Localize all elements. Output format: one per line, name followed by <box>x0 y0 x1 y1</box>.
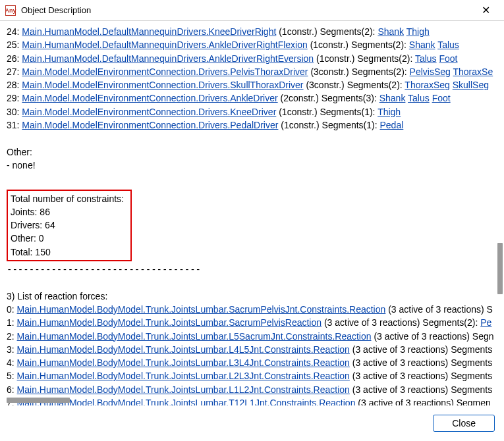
horizontal-scrollbar-track[interactable] <box>7 398 491 404</box>
segment-link[interactable]: ThoraxSeg <box>405 80 449 90</box>
reaction-link[interactable]: Main.HumanModel.BodyModel.Trunk.JointsLu… <box>17 304 386 315</box>
segment-link[interactable]: Foot <box>432 93 451 103</box>
segment-link[interactable]: Shank <box>379 93 406 103</box>
text-row: Other: 0 <box>11 232 124 245</box>
text-row: 0: Main.HumanModel.BodyModel.Trunk.Joint… <box>7 303 497 316</box>
text-row: - none! <box>7 159 497 172</box>
reaction-link[interactable]: Main.HumanModel.BodyModel.Trunk.JointsLu… <box>17 357 350 368</box>
driver-link[interactable]: Main.HumanModel.DefaultMannequinDrivers.… <box>22 26 276 37</box>
text-row: 29: Main.Model.ModelEnvironmentConnectio… <box>7 91 497 105</box>
segment-link[interactable]: ThoraxSe <box>453 66 493 77</box>
close-button[interactable]: Close <box>433 415 495 432</box>
text-row: Drivers: 64 <box>11 219 124 232</box>
vertical-scrollbar-track[interactable] <box>496 26 503 400</box>
text-row: 1: Main.HumanModel.BodyModel.Trunk.Joint… <box>7 316 497 329</box>
segment-link[interactable]: Foot <box>439 53 458 64</box>
segment-link[interactable]: Thigh <box>378 107 401 117</box>
segment-link[interactable]: Talus <box>437 39 459 50</box>
vertical-scrollbar-thumb[interactable] <box>497 243 503 294</box>
driver-link[interactable]: Main.Model.ModelEnvironmentConnection.Dr… <box>22 120 278 130</box>
driver-link[interactable]: Main.Model.ModelEnvironmentConnection.Dr… <box>22 93 277 103</box>
driver-link[interactable]: Main.HumanModel.DefaultMannequinDrivers.… <box>22 53 314 64</box>
title-bar: Any Object Description ✕ <box>0 0 504 21</box>
horizontal-scrollbar-thumb[interactable] <box>7 398 70 403</box>
app-icon: Any <box>5 5 16 16</box>
text-row: 24: Main.HumanModel.DefaultMannequinDriv… <box>7 25 497 38</box>
text-row: 27: Main.Model.ModelEnvironmentConnectio… <box>7 65 497 78</box>
footer: Close <box>0 405 504 441</box>
segment-link[interactable]: Pe <box>480 317 491 328</box>
text-row: 2: Main.HumanModel.BodyModel.Trunk.Joint… <box>7 330 497 343</box>
reaction-link[interactable]: Main.HumanModel.BodyModel.Trunk.JointsLu… <box>17 344 350 355</box>
segment-link[interactable]: Shank <box>409 39 435 50</box>
text-row: 6: Main.HumanModel.BodyModel.Trunk.Joint… <box>7 383 497 396</box>
segment-link[interactable]: Thigh <box>406 26 430 37</box>
text-row: Total: 150 <box>11 246 124 259</box>
text-row: Total number of constraints: <box>11 192 124 205</box>
text-row: 31: Main.Model.ModelEnvironmentConnectio… <box>7 118 497 132</box>
driver-link[interactable]: Main.Model.ModelEnvironmentConnection.Dr… <box>22 80 303 90</box>
close-icon[interactable]: ✕ <box>472 0 499 21</box>
segment-link[interactable]: Shank <box>378 26 404 37</box>
reaction-link[interactable]: Main.HumanModel.BodyModel.Trunk.JointsLu… <box>17 371 350 381</box>
segment-link[interactable]: Talus <box>415 53 437 64</box>
content-area: 24: Main.HumanModel.DefaultMannequinDriv… <box>0 21 504 405</box>
reaction-link[interactable]: Main.HumanModel.BodyModel.Trunk.JointsLu… <box>17 317 322 328</box>
text-row: Other: <box>7 145 497 159</box>
totals-box: Total number of constraints:Joints: 86Dr… <box>7 190 132 261</box>
segment-link[interactable]: SkullSeg <box>453 80 489 90</box>
text-row: 30: Main.Model.ModelEnvironmentConnectio… <box>7 105 497 118</box>
driver-link[interactable]: Main.HumanModel.DefaultMannequinDrivers.… <box>22 39 307 50</box>
reaction-link[interactable]: Main.HumanModel.BodyModel.Trunk.JointsLu… <box>17 331 372 342</box>
text-row: 26: Main.HumanModel.DefaultMannequinDriv… <box>7 52 497 65</box>
text-row: 3: Main.HumanModel.BodyModel.Trunk.Joint… <box>7 343 497 356</box>
segment-link[interactable]: PelvisSeg <box>410 66 451 77</box>
text-row: ----------------------------------- <box>7 263 497 276</box>
text-row: 25: Main.HumanModel.DefaultMannequinDriv… <box>7 38 497 51</box>
text-row: 3) List of reaction forces: <box>7 290 497 303</box>
text-row: Joints: 86 <box>11 205 124 219</box>
window-title: Object Description <box>21 5 472 15</box>
segment-link[interactable]: Talus <box>408 93 430 103</box>
text-row: 4: Main.HumanModel.BodyModel.Trunk.Joint… <box>7 356 497 369</box>
segment-link[interactable]: Pedal <box>379 120 403 130</box>
driver-link[interactable]: Main.Model.ModelEnvironmentConnection.Dr… <box>22 107 276 117</box>
text-row: 5: Main.HumanModel.BodyModel.Trunk.Joint… <box>7 369 497 382</box>
reaction-link[interactable]: Main.HumanModel.BodyModel.Trunk.JointsLu… <box>17 384 350 395</box>
text-row: 28: Main.Model.ModelEnvironmentConnectio… <box>7 78 497 91</box>
driver-link[interactable]: Main.Model.ModelEnvironmentConnection.Dr… <box>22 66 308 77</box>
